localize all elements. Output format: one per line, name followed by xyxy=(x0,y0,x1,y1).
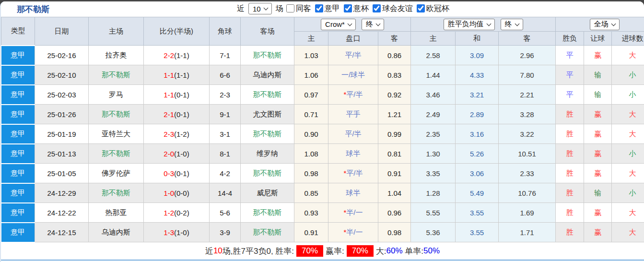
avg-home-odds: 5.36 xyxy=(411,223,456,242)
odds-home: 1.08 xyxy=(294,144,328,164)
handicap-result-cell: 赢 xyxy=(584,223,612,242)
filter-label: 同客 xyxy=(296,4,311,12)
match-row: 意甲25-01-13那不勒斯2-0(1-0)8-1维罗纳1.08球半0.811.… xyxy=(1,144,644,164)
avg-time-select[interactable]: 终 xyxy=(501,19,523,30)
odds-away: 0.83 xyxy=(378,65,411,85)
home-team: 那不勒斯 xyxy=(89,105,144,124)
handicap-cell: 平/半 xyxy=(328,46,378,65)
fulltime-score: 1-3 xyxy=(164,228,174,237)
filter-checkbox-4[interactable] xyxy=(373,4,381,12)
handicap-result-cell: 输 xyxy=(584,183,612,203)
col-header-date: 日期 xyxy=(35,17,89,46)
summary-text: 50% xyxy=(423,246,440,256)
team-recent-matches-panel: 那不勒斯 近 10 场 同客意甲意杯球会友谊欧冠杯 类型 日期 主场 比分(半场… xyxy=(0,1,644,262)
avg-away-odds: 2.96 xyxy=(499,46,556,65)
col-header-corners: 角球 xyxy=(210,17,241,46)
odds-time-select[interactable]: 终 xyxy=(362,19,384,30)
match-date: 25-01-19 xyxy=(35,124,89,144)
away-team: 乌迪内斯 xyxy=(241,65,294,85)
corners-cell: 6-6 xyxy=(210,65,241,85)
home-team: 佛罗伦萨 xyxy=(89,164,144,183)
subheader-avg-draw: 和 xyxy=(456,32,499,46)
odds-home: 0.71 xyxy=(294,105,328,124)
handicap-line: 球半 xyxy=(346,149,361,157)
halftime-score: (1-2) xyxy=(174,130,189,138)
avg-home-odds: 1.44 xyxy=(411,65,456,85)
goals-result-cell: 大 xyxy=(612,164,644,183)
odds-select-group: Crow* 终 xyxy=(294,17,411,32)
scope-select[interactable]: 全场 xyxy=(590,19,620,30)
fulltime-score: 0-3 xyxy=(164,169,174,178)
away-team: 那不勒斯 xyxy=(241,85,294,105)
score-cell: 2-3(1-2) xyxy=(144,124,210,144)
avg-draw-odds: 3.16 xyxy=(456,124,499,144)
handicap-line: 平/半 xyxy=(345,51,361,59)
score-cell: 2-0(1-0) xyxy=(144,144,210,164)
result-cell: 平 xyxy=(556,85,584,105)
summary-text: 60% xyxy=(386,246,403,256)
halftime-score: (0-0) xyxy=(174,189,189,197)
subheader-odds-home: 主 xyxy=(294,32,328,46)
chevron-down-icon xyxy=(486,21,491,26)
league-badge: 意甲 xyxy=(1,85,35,105)
away-team: 尤文图斯 xyxy=(241,105,294,124)
handicap-cell: *半/一 xyxy=(328,203,378,223)
league-badge: 意甲 xyxy=(1,46,35,65)
filter-checkbox-2[interactable] xyxy=(315,4,323,12)
corners-cell: 3-9 xyxy=(210,223,241,242)
avg-home-odds: 2.58 xyxy=(411,46,456,65)
odds-away: 0.86 xyxy=(378,46,411,65)
avg-draw-odds: 4.33 xyxy=(456,65,499,85)
col-header-score: 比分(半场) xyxy=(144,17,210,46)
goals-result-cell: 小 xyxy=(612,183,644,203)
match-row: 意甲25-02-03罗马1-1(0-1)2-3那不勒斯0.97*平/半0.923… xyxy=(1,85,644,105)
chevron-down-icon xyxy=(375,21,380,26)
filter-checkbox-3[interactable] xyxy=(344,4,352,12)
home-team: 拉齐奥 xyxy=(89,46,144,65)
league-badge: 意甲 xyxy=(1,65,35,85)
match-row: 意甲25-02-16拉齐奥2-2(1-1)7-1那不勒斯1.03平/半0.862… xyxy=(1,46,644,65)
away-team: 那不勒斯 xyxy=(241,46,294,65)
avg-select-group: 胜平负均值 终 xyxy=(411,17,556,32)
league-badge: 意甲 xyxy=(1,105,35,124)
subheader-avg-away: 客 xyxy=(499,32,556,46)
goals-result-cell: 小 xyxy=(612,144,644,164)
match-row: 意甲25-01-05佛罗伦萨0-3(0-1)4-2那不勒斯0.98*平/半0.9… xyxy=(1,164,644,183)
league-badge: 意甲 xyxy=(1,164,35,183)
filter-checkbox-5[interactable] xyxy=(417,4,425,12)
away-team: 那不勒斯 xyxy=(241,164,294,183)
handicap-line: 平/半 xyxy=(346,169,363,177)
match-date: 25-02-16 xyxy=(35,46,89,65)
summary-text: 近 xyxy=(205,246,213,257)
goals-result-cell: 大 xyxy=(612,124,644,144)
score-cell: 1-1(0-1) xyxy=(144,85,210,105)
subheader-result: 胜负 xyxy=(556,32,584,46)
match-row: 意甲24-12-15乌迪内斯1-3(1-0)3-9那不勒斯0.91*半/一0.9… xyxy=(1,223,644,242)
home-team: 那不勒斯 xyxy=(89,144,144,164)
avg-type-select[interactable]: 胜平负均值 xyxy=(444,19,495,30)
chevron-down-icon xyxy=(263,6,268,11)
filter-checkbox-1[interactable] xyxy=(286,4,294,12)
home-team: 亚特兰大 xyxy=(89,124,144,144)
handicap-result-cell: 赢 xyxy=(584,164,612,183)
odds-company-select[interactable]: Crow* xyxy=(321,19,356,30)
result-cell: 胜 xyxy=(556,183,584,203)
handicap-cell: 球半 xyxy=(328,183,378,203)
fulltime-score: 1-0 xyxy=(164,189,174,197)
odds-away: 0.91 xyxy=(378,164,411,183)
summary-text: 单率: xyxy=(403,246,423,257)
recent-count-select[interactable]: 10 xyxy=(248,3,272,14)
chevron-down-icon xyxy=(611,21,616,26)
halftime-score: (0-1) xyxy=(174,110,189,119)
league-badge: 意甲 xyxy=(1,223,35,242)
result-cell: 胜 xyxy=(556,144,584,164)
handicap-result-cell: 赢 xyxy=(584,124,612,144)
avg-home-odds: 3.35 xyxy=(411,164,456,183)
avg-away-odds: 10.76 xyxy=(499,183,556,203)
home-team: 那不勒斯 xyxy=(89,183,144,203)
handicap-cell: 平/半 xyxy=(328,124,378,144)
odds-away: 0.92 xyxy=(378,85,411,105)
away-team: 那不勒斯 xyxy=(241,203,294,223)
score-cell: 1-2(0-2) xyxy=(144,203,210,223)
topbar: 那不勒斯 近 10 场 同客意甲意杯球会友谊欧冠杯 xyxy=(1,1,644,17)
